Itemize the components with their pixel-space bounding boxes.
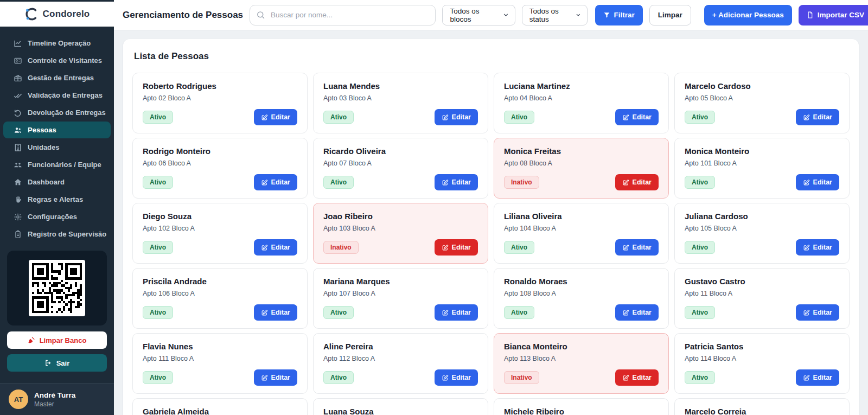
id-card-icon (13, 56, 22, 65)
block-filter-select[interactable]: Todos os blocos (442, 5, 515, 25)
status-badge: Ativo (504, 306, 534, 319)
status-filter-select[interactable]: Todos os status (522, 5, 588, 25)
clipboard-icon (13, 229, 22, 239)
edit-button[interactable]: Editar (796, 304, 839, 321)
person-unit: Apto 08 Bloco A (504, 159, 659, 167)
edit-button[interactable]: Editar (796, 109, 839, 125)
search-input[interactable] (250, 5, 436, 25)
sidebar-item-configura-es[interactable]: Configurações (3, 208, 111, 225)
edit-pencil-icon (442, 309, 449, 316)
user-footer[interactable]: AT André Turra Master (0, 383, 114, 415)
status-badge: Inativo (504, 176, 539, 189)
person-card: Monica Freitas Apto 08 Bloco A Inativo E… (494, 138, 669, 199)
add-people-button[interactable]: + Adicionar Pessoas (704, 5, 792, 25)
edit-button[interactable]: Editar (254, 369, 297, 386)
person-name: Gabriela Almeida (143, 407, 297, 415)
page-title: Gerenciamento de Pessoas (123, 10, 243, 21)
sidebar-item-registro-de-supervis-o[interactable]: Registro de Supervisão (3, 226, 111, 242)
person-unit: Apto 108 Bloco A (504, 290, 659, 297)
filter-button[interactable]: Filtrar (595, 5, 643, 25)
edit-button[interactable]: Editar (796, 239, 839, 256)
logout-icon (44, 359, 52, 367)
edit-pencil-icon (261, 374, 268, 381)
user-role: Master (34, 400, 75, 408)
person-name: Ronaldo Moraes (504, 277, 659, 286)
edit-button[interactable]: Editar (796, 174, 839, 190)
sidebar-item-label: Dashboard (28, 178, 65, 186)
edit-button[interactable]: Editar (254, 304, 297, 321)
person-name: Monica Freitas (504, 146, 659, 156)
sidebar-item-valida-o-de-entregas[interactable]: Validação de Entregas (3, 87, 111, 104)
filter-label: Filtrar (614, 11, 635, 19)
sidebar-item-label: Validação de Entregas (28, 91, 103, 99)
chevron-down-icon (502, 11, 509, 18)
person-card: Roberto Rodrigues Apto 02 Bloco A Ativo … (132, 73, 308, 133)
supervision-qr-container (7, 251, 107, 325)
edit-pencil-icon (803, 114, 810, 121)
edit-button[interactable]: Editar (435, 369, 478, 386)
edit-pencil-icon (442, 374, 449, 381)
edit-button[interactable]: Editar (435, 239, 478, 256)
team-icon (13, 160, 22, 169)
status-filter-value: Todos os status (529, 7, 575, 23)
logout-button[interactable]: Sair (7, 354, 107, 372)
person-card: Bianca Monteiro Apto 113 Bloco A Inativo… (494, 333, 669, 394)
status-badge: Ativo (504, 111, 534, 124)
edit-button[interactable]: Editar (254, 239, 297, 256)
edit-button[interactable]: Editar (254, 174, 297, 190)
status-badge: Ativo (143, 241, 173, 254)
person-name: Marcelo Correia (685, 407, 839, 415)
clear-filters-button[interactable]: Limpar (649, 5, 691, 25)
sidebar-item-devolu-o-de-entregas[interactable]: Devolução de Entregas (3, 104, 111, 121)
edit-button[interactable]: Editar (435, 304, 478, 321)
sidebar-item-controle-de-visitantes[interactable]: Controle de Visitantes (3, 52, 111, 69)
user-name: André Turra (34, 391, 75, 399)
edit-pencil-icon (622, 309, 629, 316)
edit-pencil-icon (261, 114, 268, 121)
person-unit: Apto 104 Bloco A (504, 225, 659, 232)
edit-button[interactable]: Editar (435, 109, 478, 125)
person-unit: Apto 103 Bloco A (323, 225, 478, 232)
double-check-icon (13, 91, 22, 100)
person-card: Gustavo Castro Apto 11 Bloco A Ativo Edi… (674, 268, 850, 329)
sidebar-item-unidades[interactable]: Unidades (3, 139, 111, 156)
status-badge: Inativo (504, 371, 539, 384)
person-card: Gabriela Almeida Apto 115 Bloco A Ativo … (132, 398, 308, 415)
block-filter-value: Todos os blocos (450, 7, 502, 23)
sidebar-item-label: Gestão de Entregas (28, 74, 94, 82)
person-card: Liliana Oliveira Apto 104 Bloco A Ativo … (494, 203, 669, 264)
clear-database-label: Limpar Banco (40, 336, 87, 344)
person-unit: Apto 06 Bloco A (143, 159, 297, 167)
hand-icon (13, 195, 22, 204)
edit-button[interactable]: Editar (254, 109, 297, 125)
person-unit: Apto 106 Bloco A (143, 290, 297, 297)
sidebar-item-pessoas[interactable]: Pessoas (3, 122, 111, 138)
edit-button[interactable]: Editar (615, 174, 659, 190)
edit-button[interactable]: Editar (615, 239, 659, 256)
edit-pencil-icon (261, 179, 268, 186)
person-name: Luana Souza (323, 407, 478, 415)
person-name: Michele Ribeiro (504, 407, 659, 415)
person-card: Luana Souza Apto 116 Bloco A Ativo Edita… (313, 398, 488, 415)
edit-button[interactable]: Editar (796, 369, 839, 386)
sidebar-item-timeline-opera-o[interactable]: Timeline Operação (3, 35, 111, 52)
edit-button[interactable]: Editar (615, 369, 659, 386)
sidebar-item-regras-e-alertas[interactable]: Regras e Alertas (3, 191, 111, 208)
sidebar-item-label: Unidades (28, 143, 60, 151)
person-card: Monica Monteiro Apto 101 Bloco A Ativo E… (674, 138, 850, 199)
edit-pencil-icon (261, 309, 268, 316)
import-csv-button[interactable]: Importar CSV (799, 5, 868, 25)
gear-icon (13, 212, 22, 221)
sidebar-item-funcion-rios-equipe[interactable]: Funcionários / Equipe (3, 156, 111, 173)
clear-database-button[interactable]: Limpar Banco (7, 331, 107, 349)
edit-button[interactable]: Editar (615, 109, 659, 125)
sidebar-item-dashboard[interactable]: Dashboard (3, 174, 111, 190)
person-name: Juliana Cardoso (685, 212, 839, 221)
status-badge: Ativo (685, 241, 715, 254)
brand-name: Condorelo (43, 9, 90, 20)
edit-button[interactable]: Editar (435, 174, 478, 190)
people-list-panel: Lista de Pessoas Roberto Rodrigues Apto … (123, 39, 859, 415)
sidebar-item-gest-o-de-entregas[interactable]: Gestão de Entregas (3, 69, 111, 86)
edit-button[interactable]: Editar (615, 304, 659, 321)
status-badge: Ativo (323, 306, 354, 319)
